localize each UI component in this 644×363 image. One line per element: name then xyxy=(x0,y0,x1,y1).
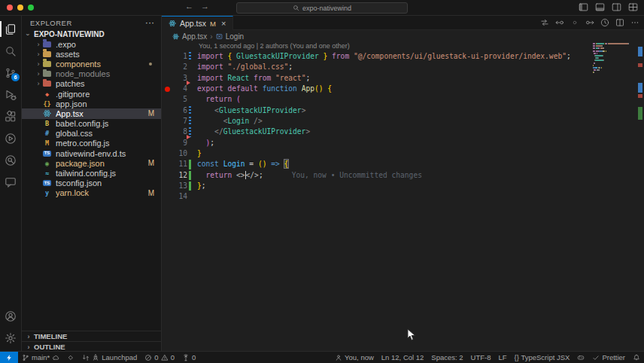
breakpoint-margin[interactable] xyxy=(162,127,172,137)
file-row-patches[interactable]: ›patches xyxy=(22,79,161,89)
status-language-mode[interactable]: {} TypeScript JSX xyxy=(511,352,574,363)
file-row-app-tsx[interactable]: App.tsxM xyxy=(22,108,161,118)
status-notifications[interactable] xyxy=(629,352,644,363)
activity-circle-inspect-icon[interactable] xyxy=(0,149,21,171)
status-ports[interactable]: 0 xyxy=(178,352,199,363)
code-line-14[interactable]: 14 xyxy=(162,191,635,202)
breakpoint-margin[interactable] xyxy=(162,51,172,62)
change-dot-icon[interactable] xyxy=(570,18,579,27)
code-line-1[interactable]: 1import { GluestackUIProvider } from "@/… xyxy=(162,51,635,62)
status-encoding[interactable]: UTF-8 xyxy=(467,352,495,363)
command-center-search[interactable]: expo-nativewind xyxy=(236,2,408,14)
nav-back-icon[interactable]: ← xyxy=(185,2,193,11)
code-line-10[interactable]: 10} xyxy=(162,148,635,159)
minimize-window-icon[interactable] xyxy=(17,5,23,11)
next-change-icon[interactable] xyxy=(585,18,594,27)
chevron-right-icon[interactable]: › xyxy=(35,41,42,48)
close-tab-icon[interactable]: × xyxy=(221,19,226,28)
maximize-window-icon[interactable] xyxy=(28,5,34,11)
status-formatter[interactable]: Prettier xyxy=(588,352,629,363)
status-copilot[interactable] xyxy=(573,352,588,363)
breakpoint-margin[interactable] xyxy=(162,159,172,169)
section-timeline[interactable]: › TIMELINE xyxy=(22,331,161,341)
breakpoint-margin[interactable] xyxy=(162,148,172,159)
file-row--expo[interactable]: ›.expo xyxy=(22,39,161,49)
status-problems[interactable]: 00 xyxy=(141,352,178,363)
breadcrumb-file[interactable]: App.tsx xyxy=(182,32,207,41)
code-line-5[interactable]: 5 return ( xyxy=(162,94,635,105)
breakpoint-margin[interactable] xyxy=(162,62,172,72)
code-line-6[interactable]: 6 <GluestackUIProvider> xyxy=(162,105,635,116)
status-eol[interactable]: LF xyxy=(495,352,511,363)
file-row-assets[interactable]: ›assets xyxy=(22,49,161,59)
file-row-tsconfig-json[interactable]: TStsconfig.json xyxy=(22,178,161,188)
file-row-tailwind-config-js[interactable]: ≈tailwind.config.js xyxy=(22,168,161,178)
close-window-icon[interactable] xyxy=(7,5,13,11)
status-gitlens-mode[interactable] xyxy=(63,352,78,363)
code-line-13[interactable]: 13}; xyxy=(162,181,635,191)
code-line-4[interactable]: 4export default function App() { xyxy=(162,84,635,94)
status-cursor-position[interactable]: Ln 12, Col 12 xyxy=(378,352,428,363)
gitlens-history-icon[interactable] xyxy=(600,18,609,27)
toggle-panel-icon[interactable] xyxy=(595,2,605,12)
code-line-12[interactable]: 12 return <></>;You, now • Uncommitted c… xyxy=(162,170,635,181)
breakpoint-margin[interactable] xyxy=(162,170,172,181)
section-outline[interactable]: › OUTLINE xyxy=(22,341,161,352)
activity-run-debug-icon[interactable] xyxy=(0,84,21,105)
status-remote-indicator[interactable] xyxy=(0,352,18,363)
breakpoint-margin[interactable] xyxy=(162,73,172,84)
chevron-right-icon[interactable]: › xyxy=(35,50,42,58)
split-editor-icon[interactable] xyxy=(615,18,624,27)
toggle-secondary-sidebar-icon[interactable] xyxy=(612,2,621,12)
chevron-right-icon[interactable]: › xyxy=(35,70,42,78)
file-row-node-modules[interactable]: ›node_modules xyxy=(22,69,161,79)
activity-search-icon[interactable] xyxy=(0,40,21,62)
status-launchpad[interactable]: Launchpad xyxy=(78,352,141,363)
status-indentation[interactable]: Spaces: 2 xyxy=(427,352,466,363)
file-row-nativewind-env-d-ts[interactable]: TSnativewind-env.d.ts xyxy=(22,148,161,158)
code-line-9[interactable]: 9 ); xyxy=(162,138,635,148)
code-line-2[interactable]: 2import "./global.css"; xyxy=(162,62,635,72)
breakpoint-margin[interactable] xyxy=(162,105,172,116)
code-editor[interactable]: You, 1 second ago | 2 authors (You and o… xyxy=(162,41,635,352)
activity-chat-icon[interactable] xyxy=(0,171,21,193)
file-row-babel-config-js[interactable]: Bbabel.config.js xyxy=(22,119,161,129)
activity-extensions-icon[interactable] xyxy=(0,105,21,127)
status-git-branch[interactable]: main* xyxy=(18,352,63,363)
file-row-app-json[interactable]: {}app.json xyxy=(22,99,161,108)
previous-change-icon[interactable] xyxy=(555,18,564,27)
file-row-global-css[interactable]: #global.css xyxy=(22,129,161,139)
file-row-package-json[interactable]: ◉package.jsonM xyxy=(22,158,161,168)
chevron-right-icon[interactable]: › xyxy=(35,80,42,87)
breakpoint-margin[interactable] xyxy=(162,94,172,105)
breakpoint-margin[interactable] xyxy=(162,116,172,127)
code-line-11[interactable]: 11const Login = () => { xyxy=(162,159,635,169)
breakpoint-margin[interactable] xyxy=(162,138,172,148)
toggle-primary-sidebar-icon[interactable] xyxy=(579,2,588,12)
activity-accounts-icon[interactable] xyxy=(0,305,21,327)
file-row-yarn-lock[interactable]: yyarn.lockM xyxy=(22,188,161,198)
chevron-right-icon[interactable]: › xyxy=(35,60,42,68)
file-row--gitignore[interactable]: ◆.gitignore xyxy=(22,89,161,99)
status-blame[interactable]: You, now xyxy=(331,352,378,363)
tab-app-tsx[interactable]: App.tsx M × xyxy=(162,16,233,30)
breakpoint-margin[interactable] xyxy=(162,84,172,94)
activity-explorer-icon[interactable] xyxy=(0,18,21,40)
file-row-metro-config-js[interactable]: Mmetro.config.js xyxy=(22,139,161,148)
nav-forward-icon[interactable]: → xyxy=(201,2,209,11)
code-line-8[interactable]: 8 </GluestackUIProvider> xyxy=(162,127,635,137)
explorer-more-actions-icon[interactable]: ··· xyxy=(146,19,156,27)
customize-layout-icon[interactable] xyxy=(628,2,638,12)
activity-circle-play-icon[interactable] xyxy=(0,127,21,149)
file-row-components[interactable]: ›components xyxy=(22,59,161,69)
code-line-7[interactable]: 7 <Login /> xyxy=(162,116,635,127)
codelens-annotation[interactable]: You, 1 second ago | 2 authors (You and o… xyxy=(162,41,635,51)
breadcrumb-symbol[interactable]: Login xyxy=(226,32,244,41)
open-changes-icon[interactable] xyxy=(540,18,549,27)
breakpoint-icon[interactable] xyxy=(165,87,170,92)
code-line-3[interactable]: 3import React from "react"; xyxy=(162,73,635,84)
activity-settings-icon[interactable] xyxy=(0,327,21,349)
breakpoint-margin[interactable] xyxy=(162,191,172,202)
project-root-row[interactable]: › EXPO-NATIVEWIND xyxy=(22,29,161,39)
activity-source-control-icon[interactable]: 6 xyxy=(0,62,21,84)
